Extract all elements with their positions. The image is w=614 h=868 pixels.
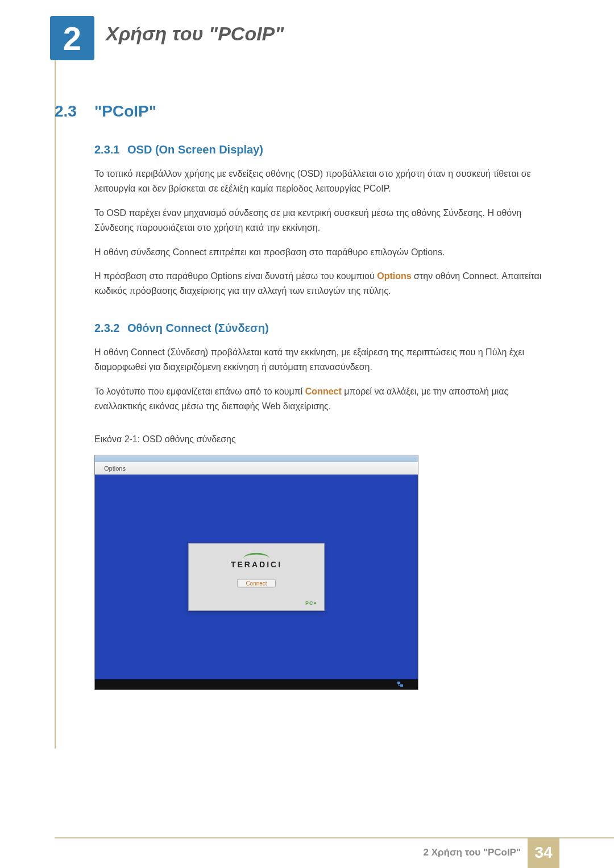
page-footer: 2 Χρήση του "PCoIP" 34 <box>0 837 614 868</box>
subsection-number: 2.3.2 <box>94 322 127 335</box>
content-area: 2.3 "PCoIP" 2.3.1 OSD (On Screen Display… <box>55 102 559 690</box>
pcoip-badge: PC● <box>305 600 317 606</box>
connect-dialog: TERADICI Connect PC● <box>188 543 325 611</box>
figure-caption: Εικόνα 2-1: OSD οθόνης σύνδεσης <box>94 434 559 445</box>
subsection-number: 2.3.1 <box>94 143 127 156</box>
section-title: "PCoIP" <box>94 102 156 121</box>
paragraph-text: Η πρόσβαση στο παράθυρο Options είναι δυ… <box>94 271 377 281</box>
teradici-logo: TERADICI <box>231 553 282 569</box>
svg-rect-0 <box>397 682 400 684</box>
window-menubar: Options <box>95 462 418 475</box>
options-menu[interactable]: Options <box>101 464 129 473</box>
subsection-heading: 2.3.2 Οθόνη Connect (Σύνδεση) <box>94 322 559 335</box>
subsection-231: 2.3.1 OSD (On Screen Display) <box>94 143 559 156</box>
footer-chapter-text: 2 Χρήση του "PCoIP" <box>424 847 521 858</box>
chapter-number: 2 <box>63 19 81 57</box>
pcoip-badge-text: PC <box>305 600 314 606</box>
paragraph: Η οθόνη σύνδεσης Connect επιτρέπει και π… <box>94 245 559 260</box>
taskbar <box>95 679 418 690</box>
subsection-heading: 2.3.1 OSD (On Screen Display) <box>94 143 559 156</box>
page-number: 34 <box>534 844 552 862</box>
chapter-number-tab: 2 <box>50 16 94 60</box>
paragraph: Η οθόνη Connect (Σύνδεση) προβάλλεται κα… <box>94 345 559 375</box>
subsection-232: 2.3.2 Οθόνη Connect (Σύνδεση) <box>94 322 559 335</box>
osd-screenshot: Options TERADICI Connect PC● <box>94 455 418 690</box>
subsection-title: OSD (On Screen Display) <box>127 143 263 156</box>
options-accent: Options <box>377 271 411 281</box>
pcoip-badge-icon: ● <box>314 600 317 606</box>
section-number: 2.3 <box>55 102 94 121</box>
logo-text: TERADICI <box>231 560 282 569</box>
paragraph: Η πρόσβαση στο παράθυρο Options είναι δυ… <box>94 269 559 299</box>
screenshot-body: TERADICI Connect PC● <box>95 475 418 679</box>
window-titlebar <box>95 455 418 462</box>
paragraph: Το λογότυπο που εμφανίζεται επάνω από το… <box>94 384 559 414</box>
subsection-title: Οθόνη Connect (Σύνδεση) <box>127 322 269 335</box>
connect-button[interactable]: Connect <box>237 579 275 588</box>
paragraph: Το OSD παρέχει έναν μηχανισμό σύνδεσης σ… <box>94 206 559 236</box>
paragraph: Το τοπικό περιβάλλον χρήσης με ενδείξεις… <box>94 167 559 197</box>
page-number-badge: 34 <box>528 837 559 868</box>
footer-rule <box>55 837 614 838</box>
logo-arc-icon <box>243 553 269 559</box>
section-heading: 2.3 "PCoIP" <box>55 102 559 121</box>
network-icon <box>396 681 404 688</box>
connect-accent: Connect <box>305 387 342 396</box>
paragraph-text: Το λογότυπο που εμφανίζεται επάνω από το… <box>94 387 305 396</box>
chapter-title: Χρήση του "PCoIP" <box>106 23 284 45</box>
